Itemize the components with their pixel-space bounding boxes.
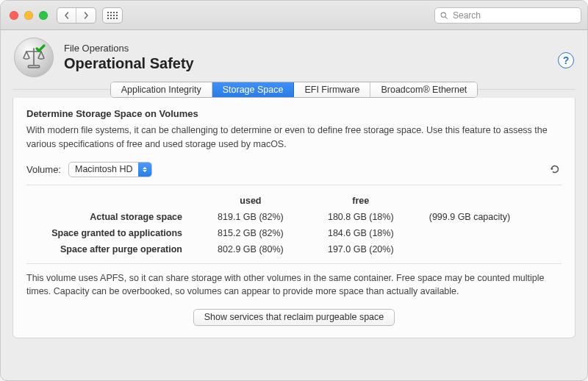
search-input[interactable] bbox=[451, 10, 576, 21]
tab-label: EFI Firmware bbox=[304, 85, 359, 95]
tab-broadcom-ethernet[interactable]: Broadcom® Ethernet bbox=[370, 82, 477, 97]
window-toolbar bbox=[1, 1, 587, 30]
pane-icon bbox=[14, 38, 54, 77]
row-free: 197.0 GB (20%) bbox=[306, 241, 416, 257]
grid-icon bbox=[107, 12, 118, 19]
row-free: 184.6 GB (18%) bbox=[306, 225, 416, 241]
refresh-button[interactable] bbox=[548, 163, 562, 176]
storage-table: used free Actual storage space 819.1 GB … bbox=[26, 193, 562, 257]
section-description: With modern file systems, it can be chal… bbox=[26, 124, 562, 152]
show-purge-services-button[interactable]: Show services that reclaim purgeable spa… bbox=[193, 309, 395, 326]
row-label: Space granted to applications bbox=[26, 225, 196, 241]
help-icon: ? bbox=[563, 54, 570, 66]
volume-label: Volume: bbox=[26, 164, 61, 175]
table-row: Space granted to applications 815.2 GB (… bbox=[26, 225, 562, 241]
forward-button[interactable] bbox=[76, 8, 96, 23]
tab-application-integrity[interactable]: Application Integrity bbox=[111, 82, 212, 97]
table-row: Space after purge operation 802.9 GB (80… bbox=[26, 241, 562, 257]
apfs-note: This volume uses APFS, so it can share s… bbox=[26, 271, 562, 299]
pane-title: Operational Safety bbox=[64, 55, 194, 72]
row-used: 815.2 GB (82%) bbox=[196, 225, 306, 241]
chevron-left-icon bbox=[63, 12, 71, 19]
refresh-icon bbox=[549, 163, 561, 175]
search-icon bbox=[440, 11, 448, 20]
svg-line-1 bbox=[445, 16, 448, 18]
pane-header: File Operations Operational Safety ? bbox=[1, 30, 587, 82]
separator bbox=[26, 263, 562, 264]
content-panel: Determine Storage Space on Volumes With … bbox=[12, 98, 576, 338]
volume-select[interactable]: Macintosh HD bbox=[68, 162, 153, 177]
pane-titles: File Operations Operational Safety bbox=[64, 43, 194, 72]
section-title: Determine Storage Space on Volumes bbox=[26, 108, 562, 119]
minimize-button[interactable] bbox=[24, 11, 33, 20]
row-capacity bbox=[416, 241, 562, 257]
row-label: Space after purge operation bbox=[26, 241, 196, 257]
select-stepper-icon bbox=[138, 162, 151, 177]
nav-back-forward bbox=[57, 7, 96, 24]
tab-label: Storage Space bbox=[223, 85, 284, 95]
volume-row: Volume: Macintosh HD bbox=[26, 162, 562, 177]
tab-efi-firmware[interactable]: EFI Firmware bbox=[294, 82, 370, 97]
row-capacity bbox=[416, 225, 562, 241]
row-capacity: (999.9 GB capacity) bbox=[416, 209, 562, 225]
help-button[interactable]: ? bbox=[558, 52, 574, 68]
tabs: Application Integrity Storage Space EFI … bbox=[1, 82, 587, 98]
row-used: 802.9 GB (80%) bbox=[196, 241, 306, 257]
chevron-right-icon bbox=[82, 12, 90, 19]
zoom-button[interactable] bbox=[39, 11, 48, 20]
close-button[interactable] bbox=[10, 11, 18, 20]
traffic-lights bbox=[10, 11, 48, 20]
pane-subtitle: File Operations bbox=[64, 43, 194, 54]
show-all-button[interactable] bbox=[102, 7, 123, 24]
scales-check-icon bbox=[19, 43, 49, 72]
search-field[interactable] bbox=[434, 7, 581, 24]
row-free: 180.8 GB (18%) bbox=[306, 209, 416, 225]
col-used-header: used bbox=[196, 193, 306, 209]
row-label: Actual storage space bbox=[26, 209, 196, 225]
table-row: Actual storage space 819.1 GB (82%) 180.… bbox=[26, 209, 562, 225]
volume-selected: Macintosh HD bbox=[69, 164, 139, 174]
tab-storage-space[interactable]: Storage Space bbox=[212, 82, 295, 97]
row-used: 819.1 GB (82%) bbox=[196, 209, 306, 225]
tab-label: Broadcom® Ethernet bbox=[381, 85, 467, 95]
separator bbox=[26, 185, 562, 185]
tab-label: Application Integrity bbox=[121, 85, 201, 95]
back-button[interactable] bbox=[57, 8, 76, 23]
button-label: Show services that reclaim purgeable spa… bbox=[204, 312, 384, 322]
col-free-header: free bbox=[306, 193, 416, 209]
prefpane-window: File Operations Operational Safety ? App… bbox=[0, 0, 588, 381]
